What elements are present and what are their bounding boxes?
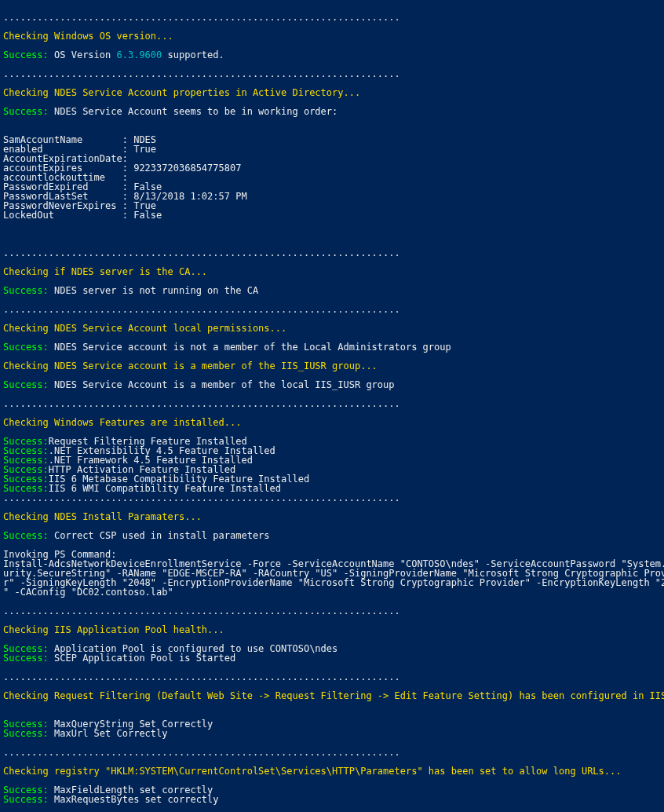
success-label: Success: (3, 342, 49, 353)
success-label: Success: (3, 653, 49, 664)
os-version: 6.3.9600 (117, 49, 162, 60)
ruler: ........................................… (3, 398, 400, 409)
ruler: ........................................… (3, 747, 400, 758)
ruler: ........................................… (3, 247, 400, 258)
heading-ndes-local-2: Checking NDES Service account is a membe… (3, 360, 378, 371)
heading-ndes-ca: Checking if NDES server is the CA... (3, 266, 207, 277)
install-cmd: Install-AdcsNetworkDeviceEnrollmentServi… (3, 558, 664, 598)
success-label: Success: (3, 49, 49, 60)
heading-registry: Checking registry "HKLM:SYSTEM\CurrentCo… (3, 766, 621, 777)
ndes-account-props: SamAccountName : NDES enabled : True Acc… (3, 134, 247, 221)
success-label: Success: (3, 728, 49, 739)
heading-ndes-ad: Checking NDES Service Account properties… (3, 87, 360, 98)
success-label: Success: (3, 794, 49, 805)
features-list: Success:Request Filtering Feature Instal… (3, 436, 309, 494)
heading-iis: Checking IIS Application Pool health... (3, 624, 224, 635)
success-label: Success: (3, 106, 49, 117)
heading-ndes-local-1: Checking NDES Service Account local perm… (3, 323, 286, 334)
heading-reqfilter: Checking Request Filtering (Default Web … (3, 690, 664, 701)
ruler: ........................................… (3, 492, 400, 503)
ruler: ........................................… (3, 671, 400, 682)
heading-install: Checking NDES Install Paramaters... (3, 511, 202, 522)
success-label: Success: (3, 379, 49, 390)
ruler: ........................................… (3, 68, 400, 79)
success-label: Success: (3, 530, 49, 541)
ruler: ........................................… (3, 304, 400, 315)
heading-os: Checking Windows OS version... (3, 31, 173, 42)
ruler: ........................................… (3, 12, 400, 23)
success-label: Success: (3, 285, 49, 296)
ruler: ........................................… (3, 605, 400, 616)
heading-features: Checking Windows Features are installed.… (3, 417, 241, 428)
terminal-output: ........................................… (0, 9, 664, 804)
